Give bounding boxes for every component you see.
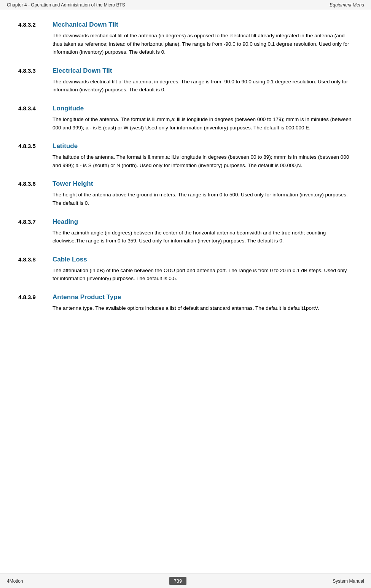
section-body-5: The the azimuth angle (in degrees) betwe… (18, 229, 353, 245)
section-heading-2: 4.8.3.4Longitude (18, 105, 353, 112)
section-title-5: Heading (53, 218, 78, 226)
section-number-1: 4.8.3.3 (18, 67, 53, 74)
section-body-6: The attenuation (in dB) of the cable bet… (18, 266, 353, 283)
section-number-6: 4.8.3.8 (18, 256, 53, 263)
header-left: Chapter 4 - Operation and Administration… (7, 2, 125, 8)
section-number-2: 4.8.3.4 (18, 105, 53, 112)
section-title-6: Cable Loss (53, 256, 87, 263)
section-title-2: Longitude (53, 105, 84, 112)
section-number-4: 4.8.3.6 (18, 180, 53, 187)
main-content: 4.8.3.2Mechanical Down TiltThe downwards… (0, 10, 371, 354)
section-body-2: The longitude of the antenna. The format… (18, 115, 353, 132)
section-heading-0: 4.8.3.2Mechanical Down Tilt (18, 21, 353, 29)
section-4-8-3-9: 4.8.3.9Antenna Product TypeThe antenna t… (18, 293, 353, 312)
section-heading-3: 4.8.3.5Latitude (18, 142, 353, 150)
section-number-7: 4.8.3.9 (18, 294, 53, 300)
section-number-0: 4.8.3.2 (18, 21, 53, 28)
section-number-3: 4.8.3.5 (18, 143, 53, 149)
header-right: Equipment Menu (330, 2, 364, 8)
section-heading-1: 4.8.3.3Electrical Down Tilt (18, 67, 353, 75)
section-title-1: Electrical Down Tilt (53, 67, 112, 75)
section-body-0: The downwards mechanical tilt of the ant… (18, 32, 353, 56)
footer-bar: 4Motion 739 System Manual (0, 574, 371, 588)
section-body-3: The latitude of the antenna. The format … (18, 153, 353, 169)
section-4-8-3-5: 4.8.3.5LatitudeThe latitude of the anten… (18, 142, 353, 169)
section-title-4: Tower Height (53, 180, 93, 188)
section-4-8-3-6: 4.8.3.6Tower HeightThe height of the ant… (18, 180, 353, 207)
footer-page: 739 (169, 577, 187, 585)
section-4-8-3-2: 4.8.3.2Mechanical Down TiltThe downwards… (18, 21, 353, 56)
section-title-0: Mechanical Down Tilt (53, 21, 118, 29)
footer-right: System Manual (333, 578, 364, 584)
section-title-7: Antenna Product Type (53, 293, 121, 301)
header-bar: Chapter 4 - Operation and Administration… (0, 0, 371, 10)
section-body-4: The height of the antenna above the grou… (18, 191, 353, 207)
footer-left: 4Motion (7, 578, 23, 584)
section-body-1: The downwards electrical tilt of the ant… (18, 78, 353, 94)
section-4-8-3-4: 4.8.3.4LongitudeThe longitude of the ant… (18, 105, 353, 132)
section-body-7: The antenna type. The available options … (18, 304, 353, 312)
section-title-3: Latitude (53, 142, 78, 150)
section-4-8-3-8: 4.8.3.8Cable LossThe attenuation (in dB)… (18, 256, 353, 283)
section-4-8-3-3: 4.8.3.3Electrical Down TiltThe downwards… (18, 67, 353, 94)
section-heading-6: 4.8.3.8Cable Loss (18, 256, 353, 263)
section-4-8-3-7: 4.8.3.7HeadingThe the azimuth angle (in … (18, 218, 353, 245)
section-heading-5: 4.8.3.7Heading (18, 218, 353, 226)
section-heading-7: 4.8.3.9Antenna Product Type (18, 293, 353, 301)
section-heading-4: 4.8.3.6Tower Height (18, 180, 353, 188)
section-number-5: 4.8.3.7 (18, 218, 53, 225)
